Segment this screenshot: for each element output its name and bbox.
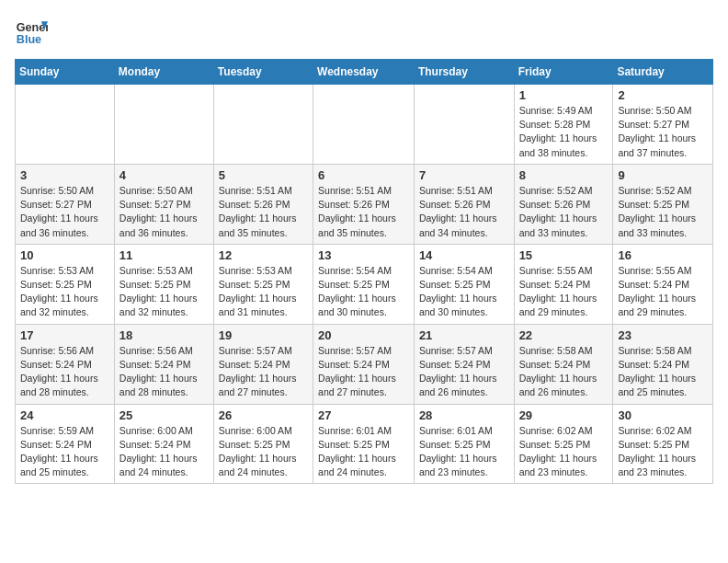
weekday-tuesday: Tuesday — [213, 60, 313, 85]
calendar-cell — [16, 85, 115, 165]
day-number: 30 — [618, 408, 708, 422]
logo-icon: General Blue — [15, 15, 48, 48]
calendar-cell: 20Sunrise: 5:57 AMSunset: 5:24 PMDayligh… — [313, 324, 415, 404]
day-info: Sunrise: 5:51 AMSunset: 5:26 PMDaylight:… — [318, 184, 409, 240]
calendar-cell: 18Sunrise: 5:56 AMSunset: 5:24 PMDayligh… — [114, 324, 213, 404]
day-number: 24 — [20, 408, 109, 422]
calendar-cell: 28Sunrise: 6:01 AMSunset: 5:25 PMDayligh… — [414, 404, 514, 484]
weekday-friday: Friday — [514, 60, 613, 85]
calendar-cell: 17Sunrise: 5:56 AMSunset: 5:24 PMDayligh… — [16, 324, 115, 404]
day-number: 16 — [618, 248, 708, 262]
day-number: 14 — [419, 248, 509, 262]
calendar-cell: 25Sunrise: 6:00 AMSunset: 5:24 PMDayligh… — [114, 404, 213, 484]
calendar-cell: 6Sunrise: 5:51 AMSunset: 5:26 PMDaylight… — [313, 164, 415, 244]
calendar-cell: 2Sunrise: 5:50 AMSunset: 5:27 PMDaylight… — [613, 85, 713, 165]
day-info: Sunrise: 5:51 AMSunset: 5:26 PMDaylight:… — [219, 184, 308, 240]
day-info: Sunrise: 5:58 AMSunset: 5:24 PMDaylight:… — [519, 344, 609, 400]
day-info: Sunrise: 5:49 AMSunset: 5:28 PMDaylight:… — [519, 104, 609, 160]
day-number: 2 — [618, 88, 708, 102]
day-number: 17 — [20, 328, 109, 342]
day-number: 1 — [519, 88, 609, 102]
day-info: Sunrise: 5:54 AMSunset: 5:25 PMDaylight:… — [419, 264, 509, 320]
day-number: 26 — [219, 408, 308, 422]
day-number: 10 — [20, 248, 109, 262]
day-number: 8 — [519, 168, 609, 182]
weekday-thursday: Thursday — [414, 60, 514, 85]
page-header: General Blue — [15, 15, 713, 48]
calendar-cell: 26Sunrise: 6:00 AMSunset: 5:25 PMDayligh… — [213, 404, 313, 484]
day-number: 3 — [20, 168, 109, 182]
calendar-cell: 4Sunrise: 5:50 AMSunset: 5:27 PMDaylight… — [114, 164, 213, 244]
day-number: 12 — [219, 248, 308, 262]
day-info: Sunrise: 5:52 AMSunset: 5:26 PMDaylight:… — [519, 184, 609, 240]
day-info: Sunrise: 5:57 AMSunset: 5:24 PMDaylight:… — [318, 344, 409, 400]
day-info: Sunrise: 5:56 AMSunset: 5:24 PMDaylight:… — [20, 344, 109, 400]
day-info: Sunrise: 5:50 AMSunset: 5:27 PMDaylight:… — [119, 184, 209, 240]
week-row-3: 10Sunrise: 5:53 AMSunset: 5:25 PMDayligh… — [16, 244, 713, 324]
week-row-1: 1Sunrise: 5:49 AMSunset: 5:28 PMDaylight… — [16, 85, 713, 165]
day-info: Sunrise: 5:53 AMSunset: 5:25 PMDaylight:… — [219, 264, 308, 320]
day-number: 28 — [419, 408, 509, 422]
calendar-cell: 5Sunrise: 5:51 AMSunset: 5:26 PMDaylight… — [213, 164, 313, 244]
day-info: Sunrise: 5:57 AMSunset: 5:24 PMDaylight:… — [219, 344, 308, 400]
calendar-cell: 1Sunrise: 5:49 AMSunset: 5:28 PMDaylight… — [514, 85, 613, 165]
day-info: Sunrise: 5:55 AMSunset: 5:24 PMDaylight:… — [519, 264, 609, 320]
calendar-cell: 27Sunrise: 6:01 AMSunset: 5:25 PMDayligh… — [313, 404, 415, 484]
calendar-table: SundayMondayTuesdayWednesdayThursdayFrid… — [15, 59, 713, 484]
calendar-cell: 11Sunrise: 5:53 AMSunset: 5:25 PMDayligh… — [114, 244, 213, 324]
day-info: Sunrise: 5:53 AMSunset: 5:25 PMDaylight:… — [119, 264, 209, 320]
day-info: Sunrise: 5:50 AMSunset: 5:27 PMDaylight:… — [618, 104, 708, 160]
calendar-cell: 21Sunrise: 5:57 AMSunset: 5:24 PMDayligh… — [414, 324, 514, 404]
calendar-cell: 23Sunrise: 5:58 AMSunset: 5:24 PMDayligh… — [613, 324, 713, 404]
day-info: Sunrise: 5:54 AMSunset: 5:25 PMDaylight:… — [318, 264, 409, 320]
day-number: 21 — [419, 328, 509, 342]
day-info: Sunrise: 6:01 AMSunset: 5:25 PMDaylight:… — [419, 424, 509, 480]
calendar-cell: 7Sunrise: 5:51 AMSunset: 5:26 PMDaylight… — [414, 164, 514, 244]
day-info: Sunrise: 6:02 AMSunset: 5:25 PMDaylight:… — [618, 424, 708, 480]
day-number: 9 — [618, 168, 708, 182]
calendar-cell: 8Sunrise: 5:52 AMSunset: 5:26 PMDaylight… — [514, 164, 613, 244]
day-number: 20 — [318, 328, 409, 342]
day-number: 25 — [119, 408, 209, 422]
day-info: Sunrise: 6:00 AMSunset: 5:24 PMDaylight:… — [119, 424, 209, 480]
calendar-cell: 3Sunrise: 5:50 AMSunset: 5:27 PMDaylight… — [16, 164, 115, 244]
weekday-header-row: SundayMondayTuesdayWednesdayThursdayFrid… — [16, 60, 713, 85]
day-number: 19 — [219, 328, 308, 342]
day-info: Sunrise: 5:51 AMSunset: 5:26 PMDaylight:… — [419, 184, 509, 240]
day-number: 29 — [519, 408, 609, 422]
day-info: Sunrise: 5:53 AMSunset: 5:25 PMDaylight:… — [20, 264, 109, 320]
calendar-cell: 13Sunrise: 5:54 AMSunset: 5:25 PMDayligh… — [313, 244, 415, 324]
logo: General Blue — [15, 15, 48, 48]
calendar-cell: 19Sunrise: 5:57 AMSunset: 5:24 PMDayligh… — [213, 324, 313, 404]
svg-text:Blue: Blue — [17, 33, 41, 46]
day-info: Sunrise: 6:01 AMSunset: 5:25 PMDaylight:… — [318, 424, 409, 480]
day-number: 4 — [119, 168, 209, 182]
day-info: Sunrise: 6:00 AMSunset: 5:25 PMDaylight:… — [219, 424, 308, 480]
weekday-sunday: Sunday — [16, 60, 115, 85]
day-info: Sunrise: 5:55 AMSunset: 5:24 PMDaylight:… — [618, 264, 708, 320]
day-number: 5 — [219, 168, 308, 182]
week-row-2: 3Sunrise: 5:50 AMSunset: 5:27 PMDaylight… — [16, 164, 713, 244]
calendar-cell: 10Sunrise: 5:53 AMSunset: 5:25 PMDayligh… — [16, 244, 115, 324]
day-number: 13 — [318, 248, 409, 262]
calendar-cell — [414, 85, 514, 165]
day-info: Sunrise: 5:58 AMSunset: 5:24 PMDaylight:… — [618, 344, 708, 400]
calendar-cell — [313, 85, 415, 165]
day-info: Sunrise: 6:02 AMSunset: 5:25 PMDaylight:… — [519, 424, 609, 480]
calendar-cell: 12Sunrise: 5:53 AMSunset: 5:25 PMDayligh… — [213, 244, 313, 324]
week-row-5: 24Sunrise: 5:59 AMSunset: 5:24 PMDayligh… — [16, 404, 713, 484]
week-row-4: 17Sunrise: 5:56 AMSunset: 5:24 PMDayligh… — [16, 324, 713, 404]
day-number: 15 — [519, 248, 609, 262]
calendar-cell: 9Sunrise: 5:52 AMSunset: 5:25 PMDaylight… — [613, 164, 713, 244]
day-info: Sunrise: 5:50 AMSunset: 5:27 PMDaylight:… — [20, 184, 109, 240]
weekday-monday: Monday — [114, 60, 213, 85]
day-info: Sunrise: 5:52 AMSunset: 5:25 PMDaylight:… — [618, 184, 708, 240]
calendar-body: 1Sunrise: 5:49 AMSunset: 5:28 PMDaylight… — [16, 85, 713, 484]
calendar-cell: 30Sunrise: 6:02 AMSunset: 5:25 PMDayligh… — [613, 404, 713, 484]
calendar-cell — [114, 85, 213, 165]
day-number: 18 — [119, 328, 209, 342]
day-info: Sunrise: 5:56 AMSunset: 5:24 PMDaylight:… — [119, 344, 209, 400]
calendar-cell: 24Sunrise: 5:59 AMSunset: 5:24 PMDayligh… — [16, 404, 115, 484]
day-info: Sunrise: 5:57 AMSunset: 5:24 PMDaylight:… — [419, 344, 509, 400]
calendar-cell: 16Sunrise: 5:55 AMSunset: 5:24 PMDayligh… — [613, 244, 713, 324]
